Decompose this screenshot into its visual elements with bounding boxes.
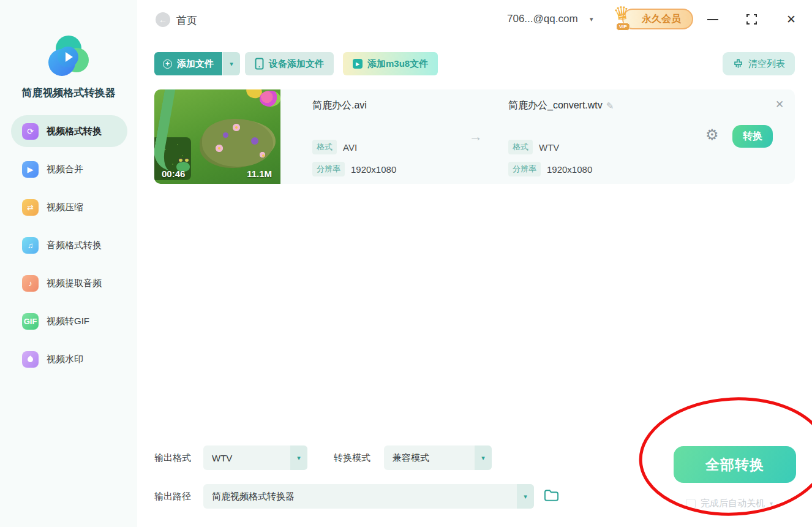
sidebar-item-video-compress[interactable]: ⇄ 视频压缩 (11, 191, 127, 223)
app-title: 简鹿视频格式转换器 (0, 86, 137, 100)
source-resolution-value: 1920x1080 (351, 164, 396, 175)
convert-mode-value: 兼容模式 (384, 452, 475, 464)
item-settings-gear-icon[interactable]: ⚙ (705, 126, 719, 143)
sidebar-item-label: 视频格式转换 (47, 126, 102, 137)
target-filename: 简鹿办公_convert.wtv (508, 99, 603, 112)
edit-filename-icon[interactable]: ✎ (606, 100, 614, 112)
add-file-button-group: + 添加文件 ▾ (154, 52, 240, 75)
minimize-button[interactable] (707, 19, 718, 20)
output-path-label: 输出路径 (154, 491, 191, 502)
chevron-down-icon: ▾ (770, 500, 773, 507)
convert-mode-dropdown[interactable]: 兼容模式 ▾ (384, 445, 492, 470)
sidebar-item-video-merge[interactable]: ▶ 视频合并 (11, 153, 127, 185)
target-format-value: WTV (539, 142, 559, 153)
sidebar-item-label: 视频压缩 (47, 202, 83, 213)
add-file-dropdown-button[interactable]: ▾ (223, 52, 240, 75)
vip-tag: VIP (616, 23, 630, 31)
sidebar-menu: ⟳ 视频格式转换 ▶ 视频合并 ⇄ 视频压缩 ♫ 音频格式转换 ♪ 视频提取音频… (11, 115, 127, 375)
sidebar-item-extract-audio[interactable]: ♪ 视频提取音频 (11, 267, 127, 299)
clear-list-label: 清空列表 (748, 58, 785, 70)
broom-icon (732, 58, 744, 70)
sidebar-item-label: 视频提取音频 (47, 278, 102, 289)
chevron-down-icon: ▾ (290, 445, 307, 470)
back-button[interactable]: ← (156, 12, 170, 27)
auto-shutdown-checkbox[interactable] (686, 499, 696, 509)
convert-all-button[interactable]: 全部转换 (674, 446, 796, 483)
clear-list-button[interactable]: 清空列表 (723, 52, 795, 75)
add-m3u8-button[interactable]: ▶ 添加m3u8文件 (343, 52, 438, 75)
extract-audio-icon: ♪ (22, 275, 39, 292)
account-caret-icon[interactable]: ▾ (590, 15, 593, 23)
output-path-value: 简鹿视频格式转换器 (203, 491, 517, 502)
source-filename: 简鹿办公.avi (312, 99, 367, 112)
plus-icon: + (163, 59, 172, 69)
close-button[interactable]: ✕ (786, 12, 796, 26)
vip-label: 永久会员 (642, 13, 681, 26)
add-m3u8-label: 添加m3u8文件 (367, 58, 428, 70)
sidebar-item-audio-format-convert[interactable]: ♫ 音频格式转换 (11, 229, 127, 261)
convert-mode-label: 转换模式 (334, 452, 370, 464)
sidebar-item-video-watermark[interactable]: 视频水印 (11, 343, 127, 375)
chevron-down-icon: ▾ (517, 484, 534, 509)
add-from-device-button[interactable]: 设备添加文件 (245, 52, 334, 75)
remove-item-icon[interactable]: ✕ (775, 98, 784, 111)
sidebar-item-video-to-gif[interactable]: GIF 视频转GIF (11, 305, 127, 337)
sidebar-item-label: 视频合并 (47, 164, 83, 175)
maximize-icon (746, 14, 757, 25)
chevron-down-icon: ▾ (475, 445, 492, 470)
output-format-value: WTV (203, 453, 290, 463)
account-email[interactable]: 706...@qq.com (507, 13, 578, 25)
output-path-dropdown[interactable]: 简鹿视频格式转换器 ▾ (203, 484, 534, 509)
format-badge: 格式 (312, 140, 337, 154)
format-badge: 格式 (508, 140, 533, 154)
add-file-label: 添加文件 (177, 58, 214, 70)
sidebar-item-label: 视频水印 (47, 354, 83, 365)
sidebar-item-label: 音频格式转换 (47, 240, 102, 251)
file-list-item: 00:46 11.1M 简鹿办公.avi 格式 AVI 分辨率 1920x108… (154, 89, 795, 184)
watermark-icon (22, 351, 39, 368)
app-window: 简鹿视频格式转换器 ⟳ 视频格式转换 ▶ 视频合并 ⇄ 视频压缩 ♫ 音频格式转… (0, 0, 812, 527)
arrow-right-icon: → (469, 129, 483, 145)
open-folder-button[interactable] (544, 488, 559, 504)
auto-shutdown-toggle[interactable]: 完成后自动关机 ▾ (686, 498, 773, 509)
sidebar-item-video-format-convert[interactable]: ⟳ 视频格式转换 (11, 115, 127, 147)
convert-button[interactable]: 转换 (732, 125, 773, 148)
output-format-label: 输出格式 (154, 452, 191, 464)
video-thumbnail[interactable]: 00:46 11.1M (154, 89, 280, 184)
maximize-button[interactable] (746, 14, 757, 25)
resolution-badge: 分辨率 (312, 162, 345, 176)
vip-badge[interactable]: ♛ VIP 永久会员 (622, 9, 693, 29)
video-compress-icon: ⇄ (22, 199, 39, 216)
auto-shutdown-label: 完成后自动关机 (701, 498, 765, 509)
play-icon (58, 47, 78, 67)
output-format-dropdown[interactable]: WTV ▾ (203, 445, 307, 470)
video-duration: 00:46 (162, 169, 185, 179)
add-from-device-label: 设备添加文件 (269, 58, 324, 70)
add-file-button[interactable]: + 添加文件 (154, 52, 222, 75)
sidebar: 简鹿视频格式转换器 ⟳ 视频格式转换 ▶ 视频合并 ⇄ 视频压缩 ♫ 音频格式转… (0, 0, 137, 527)
breadcrumb-home: 首页 (176, 13, 197, 28)
phone-icon (255, 58, 264, 70)
folder-icon (544, 488, 559, 502)
sidebar-item-label: 视频转GIF (47, 316, 89, 327)
audio-convert-icon: ♫ (22, 237, 39, 254)
crown-icon: ♛ (612, 1, 632, 25)
video-merge-icon: ▶ (22, 161, 39, 178)
resolution-badge: 分辨率 (508, 162, 541, 176)
target-resolution-value: 1920x1080 (547, 164, 592, 175)
gif-icon: GIF (22, 313, 39, 330)
video-file-icon: ▶ (353, 59, 363, 69)
app-logo-icon (48, 36, 89, 80)
video-filesize: 11.1M (247, 169, 272, 179)
source-format-value: AVI (343, 142, 357, 153)
video-convert-icon: ⟳ (22, 123, 39, 140)
